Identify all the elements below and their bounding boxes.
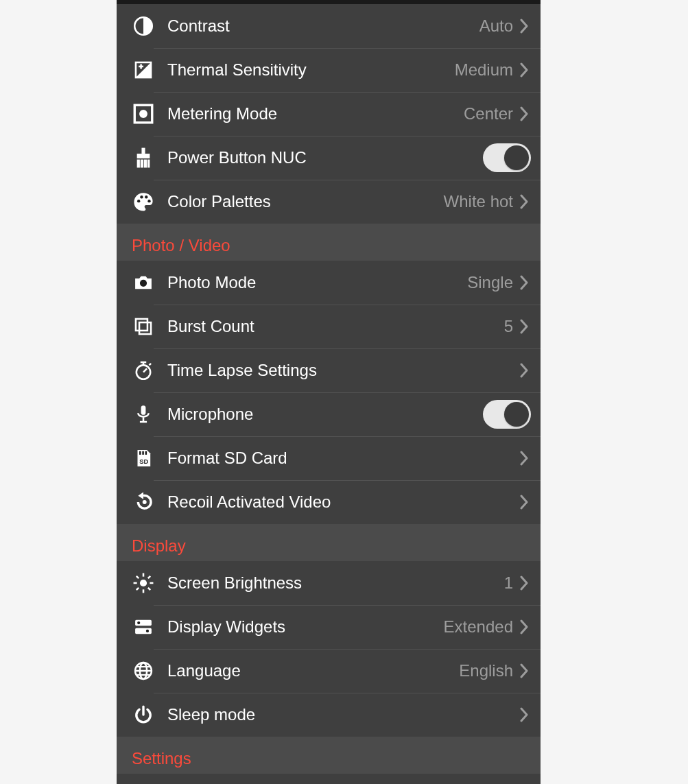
chevron-right-icon bbox=[517, 316, 531, 337]
row-label: Power Button NUC bbox=[167, 148, 483, 167]
row-value: Auto bbox=[479, 16, 513, 36]
toggle-microphone[interactable] bbox=[483, 400, 531, 429]
svg-line-40 bbox=[148, 576, 150, 578]
svg-point-15 bbox=[145, 195, 147, 198]
svg-line-39 bbox=[148, 588, 150, 590]
svg-rect-8 bbox=[137, 154, 150, 158]
settings-screen: Contrast Auto Thermal Sensitivity Medium… bbox=[117, 0, 541, 784]
burst-icon bbox=[128, 311, 159, 342]
section-title: Photo / Video bbox=[117, 224, 541, 263]
group-imaging: Contrast Auto Thermal Sensitivity Medium… bbox=[117, 4, 541, 224]
row-value: 5 bbox=[504, 317, 513, 336]
row-metering-mode[interactable]: Metering Mode Center bbox=[117, 92, 541, 136]
svg-line-24 bbox=[150, 364, 152, 366]
svg-point-17 bbox=[140, 280, 147, 287]
row-label: Color Palettes bbox=[167, 192, 444, 211]
sdcard-icon: SD bbox=[128, 442, 159, 474]
chevron-right-icon bbox=[517, 572, 531, 594]
contrast-icon bbox=[128, 10, 159, 42]
row-label: Recoil Activated Video bbox=[167, 492, 517, 512]
microphone-icon bbox=[128, 399, 159, 430]
chevron-right-icon bbox=[517, 491, 531, 513]
palette-icon bbox=[128, 186, 159, 217]
brush-icon bbox=[128, 142, 159, 174]
row-label: Burst Count bbox=[167, 317, 504, 336]
camera-icon bbox=[128, 267, 159, 298]
section-header-photo-video: Photo / Video bbox=[117, 224, 541, 261]
row-label: Display Widgets bbox=[167, 617, 444, 637]
svg-point-45 bbox=[146, 630, 149, 632]
row-label: Sleep mode bbox=[167, 705, 517, 724]
row-language[interactable]: Language English bbox=[117, 649, 541, 693]
chevron-right-icon bbox=[517, 359, 531, 381]
row-microphone[interactable]: Microphone bbox=[117, 392, 541, 436]
section-title: Settings bbox=[117, 737, 541, 776]
row-thermal-sensitivity[interactable]: Thermal Sensitivity Medium bbox=[117, 48, 541, 92]
svg-point-44 bbox=[137, 621, 140, 624]
svg-rect-12 bbox=[147, 160, 150, 168]
globe-icon bbox=[128, 655, 159, 687]
row-display-widgets[interactable]: Display Widgets Extended bbox=[117, 605, 541, 649]
svg-rect-9 bbox=[137, 160, 140, 168]
svg-rect-28 bbox=[139, 451, 141, 455]
chevron-right-icon bbox=[517, 15, 531, 37]
chevron-right-icon bbox=[517, 447, 531, 469]
chevron-right-icon bbox=[517, 704, 531, 726]
row-photo-mode[interactable]: Photo Mode Single bbox=[117, 261, 541, 305]
chevron-right-icon bbox=[517, 272, 531, 294]
row-label: Photo Mode bbox=[167, 273, 467, 292]
svg-line-38 bbox=[137, 576, 139, 578]
chevron-right-icon bbox=[517, 616, 531, 638]
row-value: Center bbox=[464, 104, 513, 123]
svg-rect-29 bbox=[142, 451, 144, 455]
row-label: Metering Mode bbox=[167, 104, 464, 123]
row-value: English bbox=[459, 661, 513, 680]
row-value: Extended bbox=[444, 617, 513, 637]
section-header-display: Display bbox=[117, 524, 541, 561]
section-title: Display bbox=[117, 524, 541, 564]
row-label: Time Lapse Settings bbox=[167, 361, 517, 380]
row-value: 1 bbox=[504, 573, 513, 593]
svg-rect-19 bbox=[139, 322, 151, 334]
svg-text:SD: SD bbox=[139, 458, 148, 465]
row-color-palettes[interactable]: Color Palettes White hot bbox=[117, 180, 541, 224]
svg-rect-11 bbox=[144, 160, 147, 168]
row-power-button-nuc[interactable]: Power Button NUC bbox=[117, 136, 541, 180]
chevron-right-icon bbox=[517, 103, 531, 125]
svg-line-21 bbox=[143, 368, 147, 372]
svg-point-32 bbox=[143, 500, 147, 504]
row-format-sd[interactable]: SD Format SD Card bbox=[117, 436, 541, 480]
row-time-lapse[interactable]: Time Lapse Settings bbox=[117, 348, 541, 392]
row-contrast[interactable]: Contrast Auto bbox=[117, 4, 541, 48]
row-label: Language bbox=[167, 661, 459, 680]
row-label: Microphone bbox=[167, 405, 483, 424]
row-value: White hot bbox=[444, 192, 513, 211]
stopwatch-icon bbox=[128, 355, 159, 386]
svg-point-33 bbox=[140, 580, 147, 586]
chevron-right-icon bbox=[517, 59, 531, 81]
row-recoil-video[interactable]: Recoil Activated Video bbox=[117, 480, 541, 524]
svg-rect-43 bbox=[135, 628, 152, 634]
svg-point-14 bbox=[140, 195, 143, 198]
row-sleep-mode[interactable]: Sleep mode bbox=[117, 693, 541, 737]
section-header-settings: Settings bbox=[117, 737, 541, 774]
undo-icon bbox=[128, 486, 159, 518]
power-icon bbox=[128, 699, 159, 730]
svg-point-16 bbox=[147, 200, 150, 202]
svg-rect-7 bbox=[141, 148, 145, 154]
row-label: Screen Brightness bbox=[167, 573, 504, 593]
row-burst-count[interactable]: Burst Count 5 bbox=[117, 305, 541, 348]
toggle-power-button-nuc[interactable] bbox=[483, 143, 531, 172]
svg-point-6 bbox=[139, 110, 147, 118]
row-label: Format SD Card bbox=[167, 449, 517, 468]
row-label: Contrast bbox=[167, 16, 479, 36]
row-value: Single bbox=[467, 273, 513, 292]
group-display: Screen Brightness 1 Display Widgets Exte… bbox=[117, 561, 541, 737]
metering-icon bbox=[128, 98, 159, 130]
group-photo-video: Photo Mode Single Burst Count 5 Time Lap… bbox=[117, 261, 541, 524]
svg-line-41 bbox=[137, 588, 139, 590]
svg-rect-10 bbox=[141, 160, 143, 168]
widgets-icon bbox=[128, 611, 159, 643]
brightness-icon bbox=[128, 567, 159, 599]
row-screen-brightness[interactable]: Screen Brightness 1 bbox=[117, 561, 541, 605]
